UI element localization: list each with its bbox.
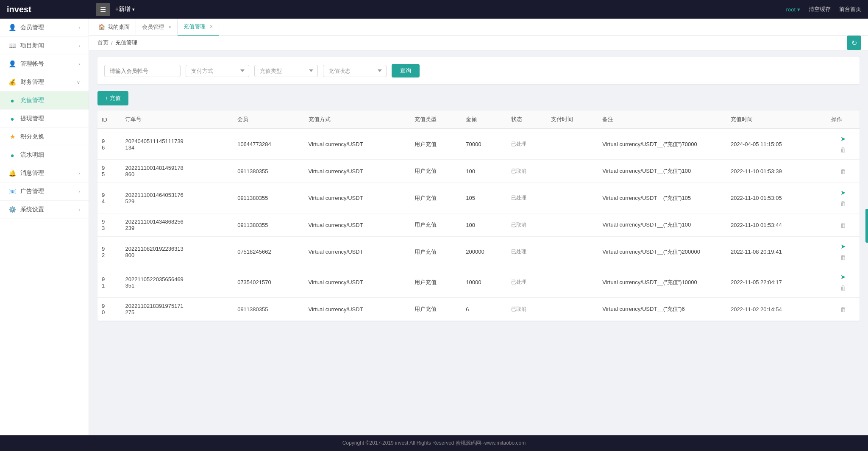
cell-order-id: 2022110820192236313 800: [121, 237, 233, 267]
cell-status: 已处理: [507, 237, 547, 267]
cell-payment-method: Virtual currency/USDT: [304, 213, 411, 237]
forward-button[interactable]: ➤: [831, 242, 855, 251]
filter-bar: 支付方式 充值类型 充值状态 查询: [97, 57, 860, 84]
member-account-input[interactable]: [104, 65, 181, 77]
user-menu[interactable]: root ▾: [786, 6, 800, 13]
add-recharge-button[interactable]: + 充值: [97, 91, 128, 105]
cell-order-id: 2022111001464053176 529: [121, 183, 233, 213]
cell-operations: ➤ 🗑: [827, 183, 860, 213]
footer: Copyright ©2017-2019 invest All Rights R…: [0, 435, 868, 451]
recharge-management-icon: ●: [8, 97, 16, 104]
cell-payment-method: Virtual currency/USDT: [304, 298, 411, 321]
sidebar-item-withdrawal-management[interactable]: ● 提现管理: [0, 110, 89, 128]
cell-operations: 🗑: [827, 298, 860, 321]
sidebar-item-system-settings[interactable]: ⚙️ 系统设置 ›: [0, 201, 89, 219]
sidebar-item-member-management[interactable]: 👤 会员管理 ›: [0, 19, 89, 37]
forward-button[interactable]: ➤: [831, 134, 855, 144]
cell-order-id: 2022111001481459178 860: [121, 160, 233, 183]
forward-button[interactable]: ➤: [831, 188, 855, 197]
tabs-bar: 🏠 我的桌面 会员管理 × 充值管理 ×: [89, 19, 868, 36]
action-bar: + 充值: [97, 91, 860, 105]
payment-method-select[interactable]: 支付方式: [186, 65, 249, 77]
delete-button[interactable]: 🗑: [831, 305, 855, 314]
delete-button[interactable]: 🗑: [831, 199, 855, 208]
sidebar-item-recharge-management[interactable]: ● 充值管理: [0, 91, 89, 110]
tab-recharge-close-button[interactable]: ×: [210, 24, 213, 30]
sidebar-item-ad-management[interactable]: 📧 广告管理 ›: [0, 183, 89, 201]
sidebar-item-message-management[interactable]: 🔔 消息管理 ›: [0, 164, 89, 183]
menu-toggle-button[interactable]: ☰: [96, 3, 110, 16]
cell-id: 9 5: [97, 160, 121, 183]
delete-button[interactable]: 🗑: [831, 253, 855, 262]
cell-recharge-type: 用户充值: [410, 267, 462, 298]
breadcrumb-current: 充值管理: [115, 39, 137, 47]
cell-remark: Virtual currency/USDT__("充值")105: [598, 183, 726, 213]
side-accent-bar: [865, 209, 868, 243]
delete-button[interactable]: 🗑: [831, 167, 855, 176]
project-news-icon: 📖: [8, 42, 16, 50]
cell-recharge-time: 2022-11-10 01:53:05: [726, 183, 827, 213]
member-management-icon: 👤: [8, 24, 16, 31]
table-row: 9 3 2022111001434868256 239 0911380355 V…: [97, 213, 860, 237]
cell-recharge-time: 2022-11-08 20:19:41: [726, 237, 827, 267]
message-management-icon: 🔔: [8, 169, 16, 177]
cell-member: 10644773284: [233, 129, 304, 160]
tab-recharge[interactable]: 充值管理 ×: [178, 19, 219, 36]
sidebar-item-finance-management[interactable]: 💰 财务管理 ∨: [0, 73, 89, 91]
tab-member[interactable]: 会员管理 ×: [136, 19, 178, 36]
cell-remark: Virtual currency/USDT__("充值")10000: [598, 267, 726, 298]
cell-payment-time: [547, 298, 598, 321]
sidebar-item-manage-account[interactable]: 👤 管理帐号 ›: [0, 55, 89, 73]
cell-operations: ➤ 🗑: [827, 237, 860, 267]
tab-member-close-button[interactable]: ×: [168, 24, 171, 30]
sidebar-item-project-news[interactable]: 📖 项目新闻 ›: [0, 37, 89, 55]
breadcrumb-home[interactable]: 首页: [97, 39, 108, 47]
cell-payment-method: Virtual currency/USDT: [304, 267, 411, 298]
delete-button[interactable]: 🗑: [831, 283, 855, 292]
search-button[interactable]: 查询: [392, 64, 420, 77]
front-page-button[interactable]: 前台首页: [839, 6, 861, 13]
delete-button[interactable]: 🗑: [831, 145, 855, 154]
cell-member: 0911380355: [233, 183, 304, 213]
clear-cache-button[interactable]: 清空缓存: [809, 6, 831, 13]
cell-amount: 105: [462, 183, 507, 213]
chevron-right-icon: ›: [78, 171, 80, 176]
cell-recharge-type: 用户充值: [410, 160, 462, 183]
table-row: 9 2 2022110820192236313 800 07518245662 …: [97, 237, 860, 267]
col-header-status: 状态: [507, 111, 547, 129]
forward-button[interactable]: ➤: [831, 272, 855, 282]
cell-payment-time: [547, 160, 598, 183]
cell-member: 0911380355: [233, 160, 304, 183]
chevron-right-icon: ›: [78, 189, 80, 194]
chevron-right-icon: ›: [78, 25, 80, 30]
table-row: 9 6 2024040511145111739 134 10644773284 …: [97, 129, 860, 160]
cell-payment-time: [547, 213, 598, 237]
cell-payment-time: [547, 237, 598, 267]
cell-member: 0911380355: [233, 213, 304, 237]
recharge-type-select[interactable]: 充值类型: [254, 65, 318, 77]
new-button[interactable]: +新增 ▾: [115, 6, 135, 13]
cell-remark: Virtual currency/USDT__("充值")200000: [598, 237, 726, 267]
ad-management-icon: 📧: [8, 188, 16, 195]
table-row: 9 0 2022110218391975171 275 0911380355 V…: [97, 298, 860, 321]
col-header-recharge-type: 充值类型: [410, 111, 462, 129]
delete-button[interactable]: 🗑: [831, 221, 855, 230]
finance-management-icon: 💰: [8, 78, 16, 86]
withdrawal-management-icon: ●: [8, 115, 16, 122]
sidebar-item-points-exchange[interactable]: ★ 积分兑换: [0, 128, 89, 146]
cell-recharge-time: 2022-11-05 22:04:17: [726, 267, 827, 298]
cell-recharge-time: 2022-11-10 01:53:44: [726, 213, 827, 237]
refresh-button[interactable]: ↻: [847, 36, 861, 50]
tab-home[interactable]: 🏠 我的桌面: [92, 19, 136, 36]
home-icon: 🏠: [98, 24, 105, 30]
cell-id: 9 3: [97, 213, 121, 237]
cell-id: 9 0: [97, 298, 121, 321]
sidebar-item-flow-detail[interactable]: ● 流水明细: [0, 146, 89, 164]
cell-member: 07518245662: [233, 237, 304, 267]
cell-amount: 200000: [462, 237, 507, 267]
col-header-payment-method: 充值方式: [304, 111, 411, 129]
col-header-member: 会员: [233, 111, 304, 129]
recharge-status-select[interactable]: 充值状态: [323, 65, 387, 77]
cell-amount: 6: [462, 298, 507, 321]
col-header-recharge-time: 充值时间: [726, 111, 827, 129]
